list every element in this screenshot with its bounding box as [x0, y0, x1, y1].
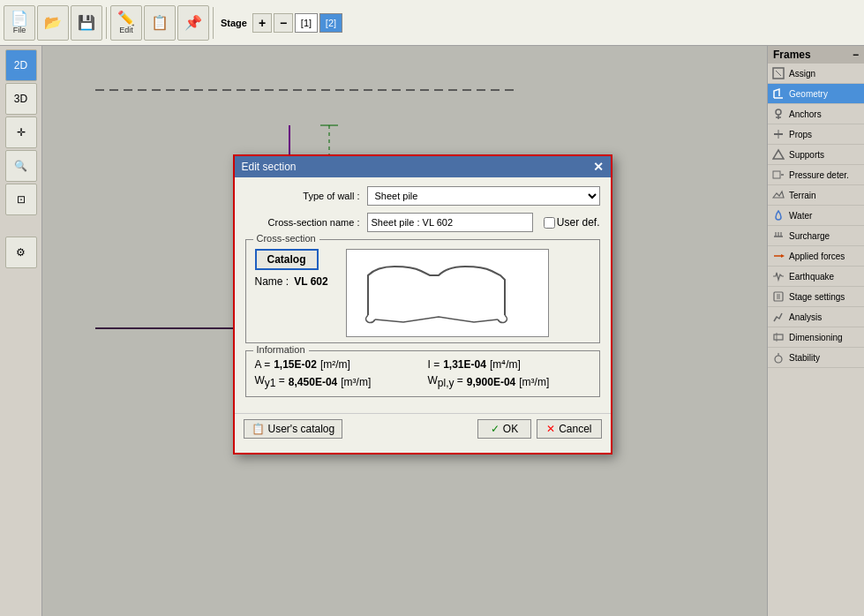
modal-close-button[interactable]: ✕ [593, 160, 604, 174]
panel-item-earthquake[interactable]: Earthquake [768, 267, 864, 287]
dimensioning-label: Dimensioning [789, 333, 860, 342]
cross-section-group: Cross-section Catalog Name : VL 602 [245, 239, 600, 343]
ok-button[interactable]: ✓ OK [477, 419, 531, 439]
water-icon [771, 208, 785, 222]
stage1-button[interactable]: [1] [295, 13, 318, 33]
cancel-button[interactable]: ✕ Cancel [537, 419, 601, 439]
btn-select[interactable]: ⊡ [5, 184, 37, 215]
panel-item-surcharge[interactable]: Surcharge [768, 226, 864, 246]
Wy1-info: Wy1 = 8,450E-04 [m³/m] [255, 374, 417, 389]
user-catalog-icon: 📋 [252, 423, 265, 435]
I-value: 1,31E-04 [443, 358, 486, 371]
panel-item-stability[interactable]: Stability [768, 348, 864, 368]
panel-item-terrain[interactable]: Terrain [768, 185, 864, 206]
cross-section-group-title: Cross-section [253, 233, 319, 244]
stage2-button[interactable]: [2] [319, 13, 342, 33]
anchors-label: Anchors [789, 109, 860, 119]
user-def-checkbox[interactable] [544, 217, 555, 229]
panel-item-water[interactable]: Water [768, 206, 864, 226]
svg-rect-30 [774, 334, 783, 340]
frames-collapse-button[interactable]: − [853, 49, 859, 61]
btn-3d[interactable]: 3D [5, 83, 37, 115]
info-grid: A = 1,15E-02 [m²/m] I = 1,31E-04 [m⁴/m] … [255, 358, 590, 389]
file-button[interactable]: 📄 File [4, 5, 35, 41]
type-wall-select[interactable]: Sheet pile [367, 186, 600, 206]
svg-marker-17 [773, 150, 784, 159]
type-wall-label: Type of wall : [245, 191, 360, 201]
copy-button[interactable]: 📋 [144, 5, 176, 41]
pressure-label: Pressure deter. [789, 170, 860, 180]
anchors-icon [771, 107, 785, 121]
surcharge-icon [771, 229, 785, 243]
props-icon [771, 127, 785, 141]
Wply-value: 9,900E-04 [467, 376, 515, 388]
modal-header: Edit section ✕ [235, 156, 611, 177]
terrain-icon [771, 188, 785, 202]
A-info: A = 1,15E-02 [m²/m] [255, 358, 417, 371]
modal-action-buttons: ✓ OK ✕ Cancel [477, 419, 602, 439]
Wy1-value: 8,450E-04 [289, 376, 337, 388]
modal-title: Edit section [242, 161, 297, 173]
I-unit: [m⁴/m] [490, 358, 521, 371]
btn-zoom[interactable]: 🔍 [5, 150, 37, 182]
information-group: Information A = 1,15E-02 [m²/m] I = 1,31… [245, 350, 600, 397]
stage-plus-button[interactable]: + [252, 13, 272, 33]
zoom-icon: 🔍 [14, 160, 27, 172]
section-shape-svg [350, 253, 545, 333]
stage-minus-button[interactable]: − [274, 13, 293, 33]
name-row: Name : VL 602 [255, 275, 328, 288]
user-catalog-button[interactable]: 📋 User's catalog [244, 419, 343, 439]
analysis-icon [771, 310, 785, 324]
catalog-button[interactable]: Catalog [255, 249, 319, 270]
catalog-left: Catalog Name : VL 602 [255, 249, 328, 288]
frames-panel-header: Frames − [768, 46, 864, 64]
panel-item-pressure[interactable]: Pressure deter. [768, 165, 864, 185]
canvas-area: 2,75 Edit section ✕ Type of wall : Sheet [42, 46, 767, 616]
save-button[interactable]: 💾 [71, 5, 102, 41]
panel-item-applied-forces[interactable]: Applied forces [768, 246, 864, 267]
right-panel: Frames − Assign Geometry Anchors [767, 46, 864, 616]
panel-item-analysis[interactable]: Analysis [768, 307, 864, 327]
earthquake-label: Earthquake [789, 272, 860, 282]
cross-section-name-input[interactable] [367, 213, 533, 232]
btn-2d[interactable]: 2D [5, 49, 37, 81]
panel-item-stage-settings[interactable]: Stage settings [768, 287, 864, 307]
I-label: I = [428, 358, 440, 371]
panel-item-geometry[interactable]: Geometry [768, 84, 864, 104]
panel-item-assign[interactable]: Assign [768, 64, 864, 84]
btn-settings[interactable]: ⚙ [5, 237, 37, 268]
panel-item-anchors[interactable]: Anchors [768, 104, 864, 124]
edit-section-modal: Edit section ✕ Type of wall : Sheet pile… [233, 154, 612, 454]
geometry-label: Geometry [789, 89, 860, 99]
Wply-info: Wpl,y = 9,900E-04 [m³/m] [428, 374, 590, 389]
ok-icon: ✓ [491, 423, 500, 435]
3d-icon: 3D [14, 93, 27, 105]
stage-settings-label: Stage settings [789, 292, 860, 302]
svg-point-32 [775, 356, 782, 363]
toolbar: 📄 File 📂 💾 ✏️ Edit 📋 📌 Stage + − [1] [2] [0, 0, 864, 46]
paste-button[interactable]: 📌 [177, 5, 209, 41]
panel-item-supports[interactable]: Supports [768, 145, 864, 165]
modal-footer: 📋 User's catalog ✓ OK ✕ Cancel [235, 413, 611, 444]
type-wall-row: Type of wall : Sheet pile [245, 186, 600, 206]
A-unit: [m²/m] [320, 358, 350, 371]
cross-section-preview [346, 249, 549, 337]
open-button[interactable]: 📂 [37, 5, 69, 41]
modal-overlay: Edit section ✕ Type of wall : Sheet pile… [42, 46, 767, 616]
name-value: VL 602 [294, 275, 327, 288]
water-label: Water [789, 211, 860, 221]
move-icon: ✛ [17, 126, 26, 139]
user-def-label: User def. [544, 216, 600, 229]
A-value: 1,15E-02 [274, 358, 317, 371]
assign-icon [771, 66, 785, 80]
edit-button[interactable]: ✏️ Edit [110, 5, 142, 41]
terrain-label: Terrain [789, 191, 860, 200]
btn-move[interactable]: ✛ [5, 116, 37, 148]
I-info: I = 1,31E-04 [m⁴/m] [428, 358, 590, 371]
svg-line-10 [776, 71, 781, 76]
panel-item-dimensioning[interactable]: Dimensioning [768, 327, 864, 348]
stability-label: Stability [789, 353, 860, 363]
panel-item-props[interactable]: Props [768, 124, 864, 145]
earthquake-icon [771, 269, 785, 283]
stage-label: Stage [221, 18, 247, 28]
